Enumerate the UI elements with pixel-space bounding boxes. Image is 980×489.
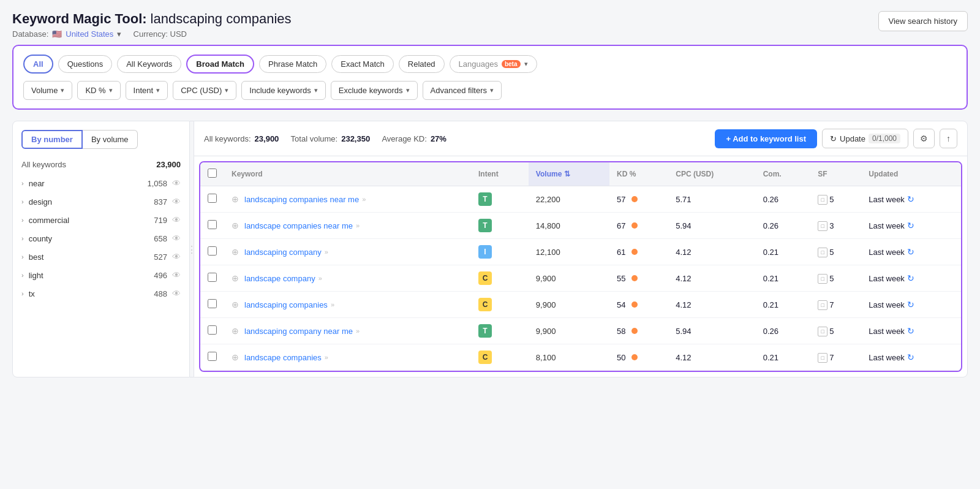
by-volume-button[interactable]: By volume bbox=[83, 130, 138, 149]
all-kw-stat-label: All keywords: bbox=[204, 134, 251, 143]
sidebar-item-tx[interactable]: › tx 488 👁 bbox=[13, 284, 189, 303]
advanced-filters[interactable]: Advanced filters ▾ bbox=[423, 81, 502, 100]
gear-icon: ⚙ bbox=[920, 134, 928, 143]
sf-icon: □ bbox=[818, 274, 827, 284]
tab-all[interactable]: All bbox=[23, 55, 53, 74]
sidebar-item-best[interactable]: › best 527 👁 bbox=[13, 248, 189, 266]
sidebar-item-near[interactable]: › near 1,058 👁 bbox=[13, 174, 189, 192]
eye-commercial-icon[interactable]: 👁 bbox=[172, 215, 181, 225]
keyword-link[interactable]: ⊕ landscaping company » bbox=[232, 247, 464, 257]
intent-filter[interactable]: Intent ▾ bbox=[126, 81, 168, 100]
updated-text: Last week bbox=[869, 195, 905, 204]
tab-exact-match[interactable]: Exact Match bbox=[331, 55, 394, 73]
intent-cell: I bbox=[471, 239, 529, 265]
chevron-db-icon[interactable]: ▾ bbox=[117, 29, 121, 39]
refresh-row-icon[interactable]: ↻ bbox=[907, 194, 914, 204]
eye-light-icon[interactable]: 👁 bbox=[172, 270, 181, 280]
volume-filter[interactable]: Volume ▾ bbox=[23, 81, 72, 100]
updated-col-header: Updated bbox=[861, 162, 961, 186]
sf-icon: □ bbox=[818, 195, 827, 205]
eye-tx-icon[interactable]: 👁 bbox=[172, 289, 181, 298]
updated-cell: Last week ↻ bbox=[861, 239, 961, 265]
row-checkbox-cell bbox=[200, 265, 224, 292]
kd-cell: 67 bbox=[609, 213, 668, 239]
keyword-expand-icon: » bbox=[356, 327, 360, 335]
kd-filter[interactable]: KD % ▾ bbox=[77, 81, 120, 100]
tab-related[interactable]: Related bbox=[399, 55, 445, 73]
sidebar-item-light[interactable]: › light 496 👁 bbox=[13, 266, 189, 284]
languages-button[interactable]: Languages beta ▾ bbox=[450, 55, 537, 73]
row-checkbox[interactable] bbox=[208, 299, 217, 308]
refresh-row-icon[interactable]: ↻ bbox=[907, 352, 914, 362]
chevron-exclude-icon: ▾ bbox=[406, 86, 410, 94]
intent-badge: T bbox=[478, 324, 492, 338]
row-checkbox[interactable] bbox=[208, 273, 217, 282]
keyword-link[interactable]: ⊕ landscape company » bbox=[232, 273, 464, 283]
volume-col-header[interactable]: Volume ⇅ bbox=[529, 162, 609, 186]
row-checkbox[interactable] bbox=[208, 325, 217, 335]
settings-button[interactable]: ⚙ bbox=[913, 129, 935, 148]
exclude-keywords-filter[interactable]: Exclude keywords ▾ bbox=[331, 81, 418, 100]
row-checkbox[interactable] bbox=[208, 220, 217, 229]
refresh-row-icon[interactable]: ↻ bbox=[907, 273, 914, 283]
sf-value: 3 bbox=[829, 221, 834, 230]
cpc-filter[interactable]: CPC (USD) ▾ bbox=[173, 81, 236, 100]
tab-phrase-match[interactable]: Phrase Match bbox=[259, 55, 326, 73]
update-button[interactable]: ↻ Update 0/1,000 bbox=[822, 129, 908, 148]
add-keyword-icon: ⊕ bbox=[232, 273, 239, 283]
intent-cell: T bbox=[471, 186, 529, 213]
kd-value: 54 bbox=[617, 300, 625, 309]
sf-icon: □ bbox=[818, 248, 827, 257]
add-keyword-icon: ⊕ bbox=[232, 326, 239, 336]
table-row: ⊕ landscaping companies » C 9,900 54 4.1… bbox=[200, 292, 961, 318]
tab-questions[interactable]: Questions bbox=[58, 55, 113, 73]
com-cell: 0.26 bbox=[756, 318, 810, 344]
database-link[interactable]: United States bbox=[66, 29, 113, 39]
keyword-link[interactable]: ⊕ landscaping company near me » bbox=[232, 326, 464, 336]
cpc-label: CPC (USD) bbox=[181, 86, 222, 95]
keyword-link[interactable]: ⊕ landscaping companies near me » bbox=[232, 194, 464, 204]
column-resize-handle[interactable] bbox=[190, 121, 194, 377]
row-checkbox[interactable] bbox=[208, 246, 217, 256]
intent-cell: C bbox=[471, 292, 529, 318]
chevron-cpc-icon: ▾ bbox=[225, 86, 228, 94]
tab-all-keywords[interactable]: All Keywords bbox=[117, 55, 181, 73]
cpc-cell: 5.94 bbox=[668, 318, 755, 344]
chevron-near-icon: › bbox=[21, 180, 24, 187]
tab-broad-match[interactable]: Broad Match bbox=[186, 55, 254, 74]
tool-name: Keyword Magic Tool: bbox=[12, 11, 147, 27]
upload-icon: ↑ bbox=[946, 134, 951, 143]
search-query: landscaping companies bbox=[151, 11, 292, 27]
refresh-row-icon[interactable]: ↻ bbox=[907, 221, 914, 230]
include-keywords-filter[interactable]: Include keywords ▾ bbox=[241, 81, 325, 100]
view-history-button[interactable]: View search history bbox=[878, 11, 968, 31]
eye-county-icon[interactable]: 👁 bbox=[172, 233, 181, 243]
sidebar-item-county[interactable]: › county 658 👁 bbox=[13, 229, 189, 248]
sf-icon: □ bbox=[818, 221, 827, 231]
by-number-button[interactable]: By number bbox=[21, 130, 83, 149]
kd-cell: 58 bbox=[609, 318, 668, 344]
row-checkbox[interactable] bbox=[208, 194, 217, 203]
eye-near-icon[interactable]: 👁 bbox=[172, 178, 181, 188]
refresh-row-icon[interactable]: ↻ bbox=[907, 300, 914, 309]
refresh-row-icon[interactable]: ↻ bbox=[907, 247, 914, 257]
chevron-tx-icon: › bbox=[21, 290, 24, 297]
eye-best-icon[interactable]: 👁 bbox=[172, 252, 181, 262]
keyword-cell: ⊕ landscaping companies » bbox=[224, 292, 471, 318]
keyword-link[interactable]: ⊕ landscape companies near me » bbox=[232, 221, 464, 230]
sidebar-item-commercial[interactable]: › commercial 719 👁 bbox=[13, 211, 189, 229]
keyword-link[interactable]: ⊕ landscaping companies » bbox=[232, 300, 464, 309]
eye-design-icon[interactable]: 👁 bbox=[172, 197, 181, 207]
row-checkbox-cell bbox=[200, 186, 224, 213]
add-to-keyword-list-button[interactable]: + Add to keyword list bbox=[715, 129, 817, 148]
cpc-cell: 4.12 bbox=[668, 344, 755, 371]
sf-value: 7 bbox=[829, 353, 834, 362]
sf-value: 5 bbox=[829, 248, 834, 257]
sidebar-item-design[interactable]: › design 837 👁 bbox=[13, 192, 189, 211]
row-checkbox[interactable] bbox=[208, 352, 217, 361]
keyword-link[interactable]: ⊕ landscape companies » bbox=[232, 352, 464, 362]
select-all-checkbox[interactable] bbox=[208, 169, 217, 178]
kd-cell: 55 bbox=[609, 265, 668, 292]
export-button[interactable]: ↑ bbox=[940, 129, 957, 148]
refresh-row-icon[interactable]: ↻ bbox=[907, 326, 914, 336]
